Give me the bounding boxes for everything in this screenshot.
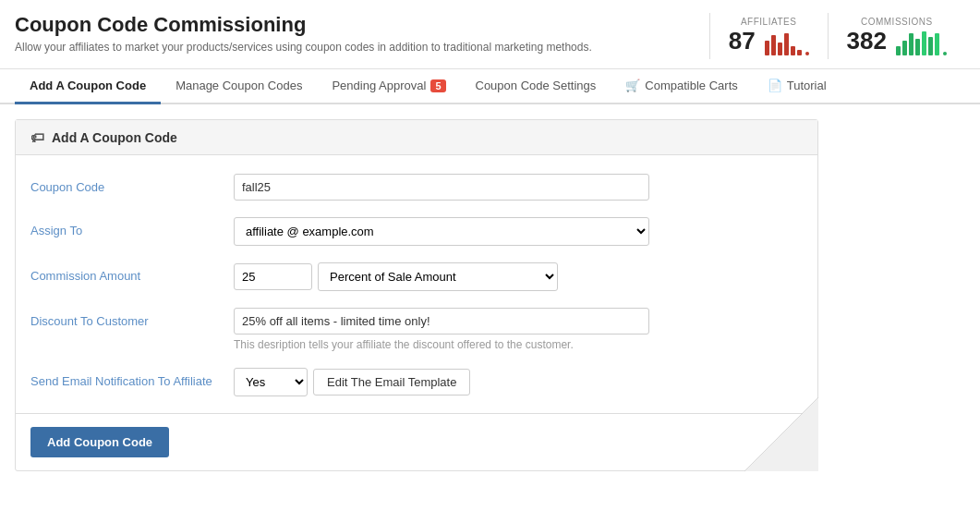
email-yes-no-select[interactable]: Yes No <box>234 368 308 396</box>
commission-type-select[interactable]: Percent of Sale Amount Flat Amount <box>318 262 558 291</box>
affiliates-value: 87 <box>729 27 756 55</box>
affiliates-chart <box>765 30 809 55</box>
commission-inline: Percent of Sale Amount Flat Amount <box>234 262 803 291</box>
discount-input[interactable] <box>234 308 649 335</box>
tab-settings-label: Coupon Code Settings <box>476 79 597 92</box>
tab-pending-label: Pending Approval <box>332 79 426 92</box>
tab-pending-approval[interactable]: Pending Approval 5 <box>317 69 460 104</box>
commissions-label: COMMISSIONS <box>861 17 933 27</box>
assign-to-row: Assign To affiliate @ example.com <box>30 217 803 246</box>
tab-add-coupon[interactable]: Add A Coupon Code <box>15 69 161 104</box>
chart-bar <box>778 43 782 55</box>
email-notification-wrap: Yes No Edit The Email Template <box>234 368 803 396</box>
tab-tutorial[interactable]: 📄 Tutorial <box>753 69 841 104</box>
tab-carts-label: Compatible Carts <box>645 79 737 92</box>
discount-hint: This desription tells your affiliate the… <box>234 338 803 351</box>
affiliates-label: AFFILIATES <box>741 17 796 27</box>
tab-manage-label: Manage Coupon Codes <box>175 79 302 92</box>
add-coupon-card: 🏷 Add A Coupon Code Coupon Code Assign T… <box>15 119 818 471</box>
main-content: 🏷 Add A Coupon Code Coupon Code Assign T… <box>0 104 980 486</box>
chart-bar <box>896 46 901 55</box>
chart-bar <box>922 31 926 55</box>
coupon-code-wrap <box>234 174 803 201</box>
card-footer: Add Coupon Code <box>16 413 817 470</box>
chart-bar <box>909 33 913 55</box>
coupon-code-input[interactable] <box>234 174 649 201</box>
pending-badge: 5 <box>430 79 445 92</box>
tag-icon: 🏷 <box>30 129 44 145</box>
commission-amount-wrap: Percent of Sale Amount Flat Amount <box>234 262 803 291</box>
chart-bar <box>784 33 789 55</box>
card-header: 🏷 Add A Coupon Code <box>16 120 817 155</box>
chart-bar <box>771 35 776 55</box>
commissions-value: 382 <box>847 27 887 55</box>
tab-tutorial-label: Tutorial <box>787 79 827 92</box>
doc-icon: 📄 <box>768 79 782 92</box>
coupon-code-label: Coupon Code <box>30 174 234 194</box>
chart-dot <box>943 52 947 55</box>
affiliates-stat: AFFILIATES 87 <box>709 13 828 59</box>
tab-compatible-carts[interactable]: 🛒 Compatible Carts <box>611 69 752 104</box>
edit-template-button[interactable]: Edit The Email Template <box>313 369 470 395</box>
email-notification-label: Send Email Notification To Affiliate <box>30 368 234 388</box>
assign-to-select[interactable]: affiliate @ example.com <box>234 217 649 246</box>
commissions-stat: COMMISSIONS 382 <box>828 13 965 59</box>
chart-bar <box>791 46 795 55</box>
page-subtitle: Allow your affiliates to market your pro… <box>15 41 592 54</box>
chart-bar <box>915 39 920 55</box>
commissions-chart <box>896 30 947 55</box>
chart-bar <box>902 41 907 55</box>
page-title: Coupon Code Commissioning <box>15 13 592 37</box>
tab-bar: Add A Coupon Code Manage Coupon Codes Pe… <box>0 69 980 104</box>
add-coupon-button[interactable]: Add Coupon Code <box>30 427 169 457</box>
chart-bar <box>928 37 933 55</box>
assign-to-label: Assign To <box>30 217 234 237</box>
header-left: Coupon Code Commissioning Allow your aff… <box>15 13 592 54</box>
chart-bar <box>765 41 769 55</box>
card-body: Coupon Code Assign To affiliate @ exampl… <box>16 155 817 396</box>
discount-wrap: This desription tells your affiliate the… <box>234 308 803 351</box>
chart-bar <box>935 33 939 55</box>
commission-value-input[interactable] <box>234 263 312 290</box>
tab-manage-coupon[interactable]: Manage Coupon Codes <box>161 69 317 104</box>
chart-dot <box>805 52 809 55</box>
discount-label: Discount To Customer <box>30 308 234 328</box>
assign-to-wrap: affiliate @ example.com <box>234 217 803 246</box>
discount-row: Discount To Customer This desription tel… <box>30 308 803 351</box>
email-inline: Yes No Edit The Email Template <box>234 368 803 396</box>
commission-amount-row: Commission Amount Percent of Sale Amount… <box>30 262 803 291</box>
header-stats: AFFILIATES 87 COMMISSIONS 382 <box>709 13 965 59</box>
coupon-code-row: Coupon Code <box>30 174 803 201</box>
card-title: Add A Coupon Code <box>52 130 177 145</box>
chart-bar <box>797 50 802 55</box>
tab-coupon-settings[interactable]: Coupon Code Settings <box>461 69 611 104</box>
email-notification-row: Send Email Notification To Affiliate Yes… <box>30 368 803 396</box>
tab-add-coupon-label: Add A Coupon Code <box>30 79 146 92</box>
commission-amount-label: Commission Amount <box>30 262 234 283</box>
page-header: Coupon Code Commissioning Allow your aff… <box>0 0 980 69</box>
card-container: 🏷 Add A Coupon Code Coupon Code Assign T… <box>15 119 818 471</box>
cart-icon: 🛒 <box>625 79 640 92</box>
